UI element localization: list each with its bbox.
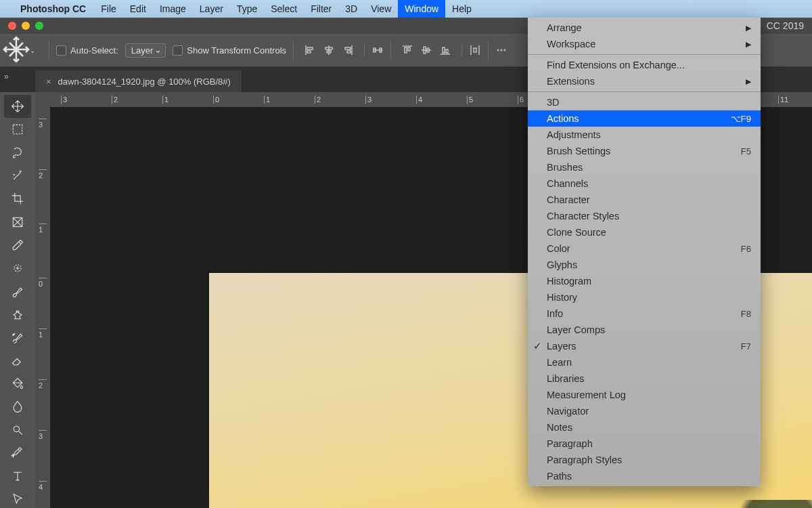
marquee-tool[interactable]: [4, 118, 31, 141]
menu-item-label: Extensions: [547, 76, 595, 87]
more-options-icon[interactable]: [495, 44, 508, 56]
menu-item-actions[interactable]: Actions⌥F9: [528, 110, 761, 127]
frame-tool[interactable]: [4, 211, 31, 234]
crop-tool[interactable]: [4, 187, 31, 210]
maximize-window-button[interactable]: [35, 22, 43, 30]
align-group-1: [300, 44, 357, 56]
lasso-tool[interactable]: [4, 141, 31, 164]
svg-point-26: [504, 49, 505, 51]
svg-rect-7: [345, 47, 351, 49]
menu-item-brush-settings[interactable]: Brush SettingsF5: [528, 143, 761, 159]
auto-select-dropdown[interactable]: Layer: [125, 43, 166, 58]
menu-item-histogram[interactable]: Histogram: [528, 273, 761, 289]
menu-item-measurement-log[interactable]: Measurement Log: [528, 387, 761, 403]
menu-filter[interactable]: Filter: [304, 0, 338, 18]
menu-file[interactable]: File: [94, 0, 123, 18]
menu-item-label: Libraries: [547, 373, 585, 384]
blur-tool[interactable]: [4, 395, 31, 418]
menu-item-label: Character: [547, 194, 590, 205]
show-transform-checkbox[interactable]: [173, 45, 183, 56]
eraser-tool[interactable]: [4, 349, 31, 372]
close-tab-icon[interactable]: ×: [46, 77, 51, 87]
panel-collapse-toggle[interactable]: »: [4, 72, 7, 81]
menu-item-learn[interactable]: Learn: [528, 354, 761, 371]
menu-layer[interactable]: Layer: [193, 0, 230, 18]
align-left-icon[interactable]: [304, 44, 316, 56]
eyedropper-tool[interactable]: [4, 234, 31, 257]
align-bottom-icon[interactable]: [439, 44, 451, 56]
menu-item-label: Paragraph Styles: [547, 454, 622, 465]
vertical-ruler[interactable]: 32101234: [35, 107, 51, 508]
tools-panel: [0, 92, 35, 508]
menu-item-character-styles[interactable]: Character Styles: [528, 208, 761, 224]
svg-point-30: [14, 426, 19, 431]
tool-preset-dropdown[interactable]: ⌄: [30, 47, 35, 54]
auto-select-label: Auto-Select:: [70, 45, 118, 56]
menu-item-arrange[interactable]: Arrange▶: [528, 20, 761, 36]
menu-item-history[interactable]: History: [528, 289, 761, 305]
menu-item-paragraph-styles[interactable]: Paragraph Styles: [528, 452, 761, 468]
menu-item-label: Find Extensions on Exchange...: [547, 60, 685, 70]
document-tab[interactable]: × dawn-3804124_1920.jpg @ 100% (RGB/8#): [35, 70, 242, 92]
menu-window[interactable]: Window: [398, 0, 445, 18]
menu-view[interactable]: View: [364, 0, 398, 18]
menu-help[interactable]: Help: [445, 0, 478, 18]
menu-type[interactable]: Type: [230, 0, 264, 18]
menu-item-info[interactable]: InfoF8: [528, 305, 761, 322]
distribute-hcenter-icon[interactable]: [371, 44, 384, 56]
align-hcenter-icon[interactable]: [323, 44, 335, 56]
history-brush-tool[interactable]: [4, 326, 31, 349]
distribute-vcenter-icon[interactable]: [469, 44, 481, 56]
menu-item-libraries[interactable]: Libraries: [528, 371, 761, 387]
menu-item-color[interactable]: ColorF6: [528, 240, 761, 257]
menu-item-glyphs[interactable]: Glyphs: [528, 257, 761, 273]
window-traffic-lights: [0, 22, 43, 30]
type-tool[interactable]: [4, 465, 31, 488]
menu-item-paths[interactable]: Paths: [528, 468, 761, 484]
menu-item-clone-source[interactable]: Clone Source: [528, 224, 761, 240]
menu-edit[interactable]: Edit: [123, 0, 153, 18]
current-tool-icon[interactable]: [0, 33, 32, 68]
move-tool[interactable]: [4, 95, 31, 118]
path-selection-tool[interactable]: [4, 488, 31, 508]
menu-item-navigator[interactable]: Navigator: [528, 403, 761, 419]
align-right-icon[interactable]: [342, 44, 354, 56]
svg-rect-20: [446, 49, 448, 53]
menu-item-channels[interactable]: Channels: [528, 175, 761, 192]
auto-select-checkbox[interactable]: [56, 45, 66, 56]
menu-item-paragraph[interactable]: Paragraph: [528, 436, 761, 452]
menu-item-label: Glyphs: [547, 259, 577, 270]
paint-bucket-tool[interactable]: [4, 372, 31, 395]
menu-item-label: Paths: [547, 471, 572, 482]
align-top-icon[interactable]: [401, 44, 413, 56]
menu-item-notes[interactable]: Notes: [528, 419, 761, 436]
window-menu-dropdown: Arrange▶Workspace▶Find Extensions on Exc…: [528, 18, 761, 486]
menu-item-adjustments[interactable]: Adjustments: [528, 127, 761, 143]
brush-tool[interactable]: [4, 280, 31, 303]
minimize-window-button[interactable]: [22, 22, 30, 30]
menu-item-layer-comps[interactable]: Layer Comps: [528, 322, 761, 338]
spot-healing-tool[interactable]: [4, 257, 31, 280]
clone-stamp-tool[interactable]: [4, 303, 31, 326]
menu-item-character[interactable]: Character: [528, 192, 761, 208]
pen-tool[interactable]: [4, 442, 31, 465]
menu-item-label: Adjustments: [547, 129, 601, 140]
menu-item-brushes[interactable]: Brushes: [528, 159, 761, 175]
dodge-tool[interactable]: [4, 419, 31, 442]
magic-wand-tool[interactable]: [4, 164, 31, 187]
menu-item-label: Layers: [547, 341, 577, 352]
menu-item-shortcut: ⌥F9: [731, 114, 751, 124]
menu-item-layers[interactable]: ✓LayersF7: [528, 338, 761, 354]
menu-item-label: Arrange: [547, 22, 582, 33]
menu-item-workspace[interactable]: Workspace▶: [528, 36, 761, 52]
align-vcenter-icon[interactable]: [420, 44, 432, 56]
menu-item-label: Layer Comps: [547, 324, 605, 335]
menu-select[interactable]: Select: [264, 0, 304, 18]
menu-3d[interactable]: 3D: [338, 0, 364, 18]
menu-item-find-extensions-on-exchange-[interactable]: Find Extensions on Exchange...: [528, 57, 761, 73]
menu-image[interactable]: Image: [153, 0, 193, 18]
close-window-button[interactable]: [8, 22, 16, 30]
menu-item-3d[interactable]: 3D: [528, 94, 761, 110]
app-name[interactable]: Photoshop CC: [20, 3, 86, 14]
menu-item-extensions[interactable]: Extensions▶: [528, 73, 761, 89]
